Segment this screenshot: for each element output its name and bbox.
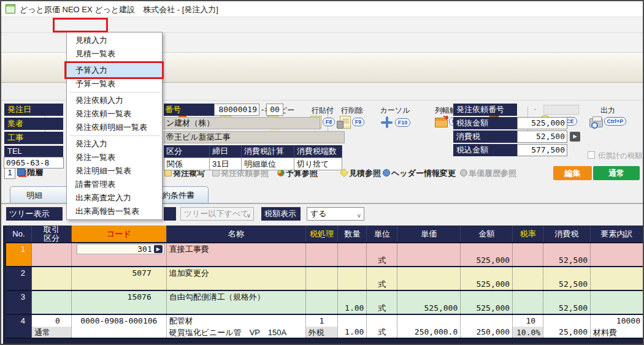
grid-row-2[interactable]: 2 5077 追加変更分 式 525,000 52,500 (6, 267, 643, 291)
total-amount-field[interactable]: 577,500 (517, 144, 567, 156)
tree-label-fragment (164, 207, 176, 221)
grid-row-3[interactable]: 3 15076 自由勾配側溝工（規格外） 1.00 式 525,000 525,… (6, 291, 643, 315)
mode-normal-button[interactable]: 通常 (593, 166, 640, 180)
tax-rounding-value: 切り捨て (294, 157, 342, 170)
header-change-icon (383, 169, 390, 176)
delete-row-icon (340, 116, 351, 129)
closing-day-header: 締日 (210, 145, 242, 157)
price-history-action: 単価履歴参照 (469, 168, 516, 179)
closing-day-value: 31日 (210, 157, 242, 170)
app-icon (6, 4, 15, 13)
grid-row-1[interactable]: 1 301▶ 直接工事費 式 525,000 52,500 (6, 243, 643, 267)
request-number-label: 発注依頼番号 (453, 104, 517, 116)
tax-calc-value: 明細単位 (242, 157, 294, 170)
order-number-branch-field[interactable]: 00 (266, 104, 283, 116)
order-number-field[interactable]: 80000019 (214, 104, 259, 116)
menu-separator (67, 91, 162, 94)
tax-amount-label: 消費税 (453, 131, 517, 143)
tax-detail-button[interactable]: ▶ (570, 132, 580, 142)
menu-item-order-request-detail-list[interactable]: 発注依頼明細一覧表 (67, 121, 162, 134)
menu-highlight-box (53, 18, 108, 32)
col-unit-price: 単価 (397, 226, 461, 242)
tax-display-label: 税額表示 (261, 207, 301, 221)
category-header: 区分 (164, 145, 210, 157)
col-unit: 単位 (367, 226, 397, 242)
request-number-field (543, 105, 579, 115)
code-field[interactable]: 301▶ (77, 244, 164, 254)
col-tax-rate: 税率 (513, 226, 543, 242)
col-tax: 消費税 (543, 226, 591, 242)
col-code: コード (72, 226, 167, 242)
estimate-budget-menu: 見積入力 見積一覧表 予算入力 予算一覧表 発注依頼入力 発注依頼一覧表 発注依… (66, 32, 163, 220)
col-element: 要素内訳 (591, 226, 643, 242)
order-number-separator: - (261, 105, 264, 114)
category-value: 関係 (164, 157, 210, 170)
budget-entry-highlight-box (64, 61, 164, 79)
col-name: 名称 (167, 226, 306, 242)
net-amount-label: 税抜金額 (453, 117, 517, 129)
menu-item-progress-assessment[interactable]: 出来高査定入力 (67, 191, 162, 205)
tax-calc-header: 消費税計算 (242, 145, 294, 157)
edit-button[interactable]: 編集 (553, 166, 592, 180)
price-history-icon (460, 169, 467, 176)
menu-item-order-list[interactable]: 発注一覧表 (67, 151, 162, 164)
output-button[interactable]: 出力 Ctrl+P (584, 105, 632, 127)
order-date-label: 発注日 (4, 104, 63, 116)
chevron-down-icon: ∨ (357, 210, 361, 222)
col-tax-type: 税処理 (306, 226, 339, 242)
menu-item-estimate-entry[interactable]: 見積入力 (67, 34, 162, 47)
menu-item-estimate-list[interactable]: 見積一覧表 (67, 47, 162, 61)
tree-view-label: ツリー表示 (6, 207, 63, 221)
column-width-icon (435, 118, 448, 127)
menu-item-order-detail-list[interactable]: 発注明細一覧表 (67, 164, 162, 178)
header-change-action[interactable]: ヘッダー情報変更 (391, 168, 456, 179)
delete-row-button[interactable]: 行削除 F9 (332, 105, 372, 129)
vendor-label: 業者 (4, 118, 63, 130)
request-number-value: - (534, 104, 536, 113)
cursor-button[interactable]: カーソル F10 (374, 105, 416, 129)
slip-tax-checkbox-label: 伝票計の税額を (598, 151, 644, 161)
detail-grid: No. 取引区分 コード 名称 税処理 数量 単位 単価 金額 税率 消費税 要… (3, 226, 643, 345)
menu-item-progress-report-list[interactable]: 出来高報告一覧表 (67, 205, 162, 218)
tax-display-dropdown[interactable]: する∨ (307, 207, 364, 221)
project-label: 工事 (4, 132, 63, 144)
tax-rounding-header: 消費税端数 (294, 145, 342, 157)
menu-item-acceptance-mgmt[interactable]: 請書管理表 (67, 178, 162, 191)
col-no: No. (6, 226, 32, 242)
net-amount-field[interactable]: 525,000 (517, 117, 567, 129)
layer-icon (17, 169, 25, 176)
printer-icon (589, 118, 603, 127)
chevron-down-icon: ∨ (247, 210, 251, 222)
slip-tax-checkbox[interactable] (588, 151, 595, 159)
application-window: どっと原価 NEO EX どっと建設 株式会社 - [発注入力] ファイル(F)… (0, 0, 644, 345)
menu-item-budget-list[interactable]: 予算一覧表 (67, 77, 162, 91)
grid-header-row: No. 取引区分 コード 名称 税処理 数量 単位 単価 金額 税率 消費税 要… (6, 226, 643, 243)
tax-amount-field[interactable]: 52,500 (517, 131, 567, 143)
menu-item-order-request-entry[interactable]: 発注依頼入力 (67, 94, 162, 107)
total-amount-label: 税込金額 (453, 144, 517, 156)
tree-scope-dropdown: ツリー以下すべて∨ (180, 207, 254, 221)
menu-item-order-entry[interactable]: 発注入力 (67, 137, 162, 151)
col-amount: 金額 (461, 226, 513, 242)
menu-separator (67, 134, 162, 137)
tel-field[interactable]: 0965-63-8 (4, 157, 64, 169)
grid-row-4[interactable]: 4 0通常 0000-0908-000106 配管材硬質塩化ビニール管 VP 1… (6, 315, 643, 339)
window-title: どっと原価 NEO EX どっと建設 株式会社 - [発注入力] (20, 4, 218, 15)
cursor-icon (380, 115, 394, 129)
project-name-field: 帝王ビル新築工事 (164, 131, 345, 143)
col-torihiki: 取引区分 (32, 226, 72, 242)
tel-label: TEL (4, 146, 63, 157)
estimate-ref-action[interactable]: 見積参照 (349, 168, 381, 179)
order-number-label: 番号 (164, 104, 214, 116)
code-lookup-button[interactable]: ▶ (154, 245, 163, 253)
col-qty: 数量 (338, 226, 367, 242)
menu-item-order-request-list[interactable]: 発注依頼一覧表 (67, 107, 162, 121)
vendor-name-field: ン建材（株） (164, 117, 320, 129)
title-bar: どっと原価 NEO EX どっと建設 株式会社 - [発注入力] (1, 1, 643, 17)
